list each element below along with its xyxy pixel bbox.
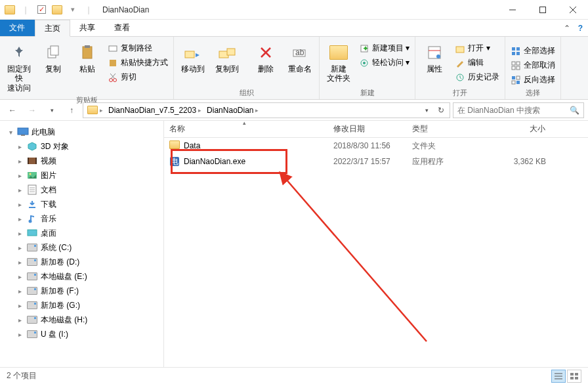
qat-folder-icon[interactable]	[3, 3, 17, 17]
tree-item[interactable]: ▸新加卷 (G:)	[0, 298, 163, 313]
paste-button[interactable]: 粘贴	[71, 41, 104, 75]
view-details-button[interactable]	[551, 370, 566, 383]
group-organize-label: 组织	[177, 87, 316, 99]
annotation-arrow	[276, 171, 440, 355]
chevron-icon[interactable]: ▸	[16, 273, 24, 280]
moveto-button[interactable]: 移动到	[177, 41, 209, 75]
svg-rect-9	[110, 60, 116, 66]
refresh-button[interactable]: ↻	[434, 103, 448, 118]
tree-item[interactable]: ▸3D 对象	[0, 139, 163, 154]
chevron-icon[interactable]: ▸	[16, 259, 24, 266]
maximize-button[interactable]	[528, 0, 558, 20]
search-field[interactable]: 🔍	[453, 102, 584, 118]
edit-button[interactable]: 编辑	[452, 56, 502, 69]
delete-button[interactable]: 删除	[249, 41, 282, 75]
file-row[interactable]: 电DianNaoDian.exe2022/3/17 15:57应用程序3,362…	[164, 154, 588, 169]
file-list: ▴ 名称 修改日期 类型 大小 Data2018/8/30 11:56文件夹电D…	[164, 121, 588, 367]
easyaccess-button[interactable]: 轻松访问 ▾	[356, 56, 412, 69]
qat-folder2-icon[interactable]	[50, 3, 64, 17]
svg-rect-38	[512, 76, 515, 79]
copyto-button[interactable]: 复制到	[211, 41, 243, 75]
tree-item[interactable]: ▸视频	[0, 154, 163, 168]
chevron-icon[interactable]: ▸	[16, 201, 24, 208]
tree-item[interactable]: ▸本地磁盘 (E:)	[0, 269, 163, 284]
tree-item[interactable]: ▸下载	[0, 197, 163, 211]
file-name: Data	[184, 141, 200, 150]
close-button[interactable]	[558, 0, 588, 20]
chevron-icon[interactable]: ▸	[16, 316, 24, 324]
nav-forward-button[interactable]: →	[24, 102, 41, 119]
tree-item[interactable]: ▸音乐	[0, 211, 163, 226]
tree-item[interactable]: ▸本地磁盘 (H:)	[0, 313, 163, 327]
col-date[interactable]: 修改日期	[328, 123, 407, 135]
tab-home[interactable]: 主页	[35, 20, 70, 37]
copypath-button[interactable]: 复制路径	[105, 42, 171, 54]
svg-rect-37	[516, 66, 520, 70]
chevron-icon[interactable]: ▸	[16, 288, 24, 295]
crumb-1[interactable]: DianNaoDian_v7.5_2203▸	[106, 103, 204, 118]
qat-overflow[interactable]: ▾	[66, 3, 80, 17]
col-name[interactable]: 名称	[164, 123, 328, 135]
view-icons-button[interactable]	[567, 370, 581, 383]
nav-back-button[interactable]: ←	[4, 102, 21, 119]
svg-point-27	[436, 54, 440, 58]
nav-tree[interactable]: ▾此电脑▸3D 对象▸视频▸图片▸文档▸下载▸音乐▸桌面▸系统 (C:)▸新加卷…	[0, 121, 164, 367]
selectnone-button[interactable]: 全部取消	[508, 59, 558, 72]
copy-button[interactable]: 复制	[37, 41, 70, 75]
properties-button[interactable]: 属性	[418, 41, 451, 75]
help-icon[interactable]: ?	[578, 24, 583, 33]
newitem-button[interactable]: ✦新建项目 ▾	[356, 42, 412, 54]
tab-view[interactable]: 查看	[105, 20, 140, 36]
open-button[interactable]: 打开 ▾	[452, 42, 502, 54]
crumb-2[interactable]: DianNaoDian▸	[204, 103, 261, 118]
pasteshortcut-button[interactable]: 粘贴快捷方式	[105, 56, 171, 69]
chevron-icon[interactable]: ▸	[16, 186, 24, 194]
svg-point-10	[110, 78, 113, 81]
newfolder-button[interactable]: 新建 文件夹	[322, 41, 355, 85]
chevron-icon[interactable]: ▸	[16, 331, 24, 338]
col-size[interactable]: 大小	[486, 123, 551, 135]
tab-file[interactable]: 文件	[0, 20, 35, 36]
invert-button[interactable]: 反向选择	[508, 74, 558, 86]
address-field[interactable]: ▸ DianNaoDian_v7.5_2203▸ DianNaoDian▸ ▾ …	[83, 102, 450, 118]
pin-button[interactable]: 固定到快 速访问	[3, 41, 35, 94]
col-type[interactable]: 类型	[407, 123, 486, 135]
address-dropdown-button[interactable]: ▾	[419, 103, 434, 118]
history-button[interactable]: 历史记录	[452, 71, 502, 83]
search-icon[interactable]: 🔍	[570, 106, 579, 115]
nav-up-button[interactable]: ↑	[63, 102, 80, 119]
tree-item[interactable]: ▾此电脑	[0, 125, 163, 139]
crumb-root[interactable]: ▸	[85, 103, 106, 118]
chevron-icon[interactable]: ▸	[16, 215, 24, 223]
nav-recent-button[interactable]: ▾	[43, 102, 60, 119]
tree-item[interactable]: ▸新加卷 (F:)	[0, 284, 163, 298]
file-rows[interactable]: Data2018/8/30 11:56文件夹电DianNaoDian.exe20…	[164, 138, 588, 367]
selectall-button[interactable]: 全部选择	[508, 45, 558, 57]
tree-item[interactable]: ▸图片	[0, 168, 163, 183]
tree-item[interactable]: ▸U 盘 (I:)	[0, 327, 163, 341]
tab-share[interactable]: 共享	[70, 20, 105, 36]
file-row[interactable]: Data2018/8/30 11:56文件夹	[164, 138, 588, 154]
rename-button[interactable]: ab重命名	[284, 41, 316, 75]
search-input[interactable]	[457, 106, 570, 115]
tree-video-icon	[26, 156, 38, 166]
content-area: ▾此电脑▸3D 对象▸视频▸图片▸文档▸下载▸音乐▸桌面▸系统 (C:)▸新加卷…	[0, 121, 588, 367]
chevron-icon[interactable]: ▸	[16, 302, 24, 309]
chevron-icon[interactable]: ▸	[16, 172, 24, 179]
chevron-icon[interactable]: ▾	[7, 129, 14, 136]
tree-item[interactable]: ▸新加卷 (D:)	[0, 255, 163, 269]
chevron-icon[interactable]: ▸	[16, 143, 24, 150]
svg-rect-45	[28, 158, 29, 164]
qat-check[interactable]	[34, 3, 49, 17]
minimize-button[interactable]	[497, 0, 528, 20]
chevron-icon[interactable]: ▸	[16, 158, 24, 165]
tree-item[interactable]: ▸系统 (C:)	[0, 240, 163, 255]
group-select-label: 选择	[508, 87, 558, 99]
tree-item[interactable]: ▸文档	[0, 183, 163, 197]
tree-item[interactable]: ▸桌面	[0, 226, 163, 240]
ribbon-collapse-icon[interactable]: ⌃	[564, 24, 570, 33]
cut-button[interactable]: 剪切	[105, 71, 171, 83]
chevron-icon[interactable]: ▸	[16, 244, 24, 251]
chevron-icon[interactable]: ▸	[16, 230, 24, 237]
column-headers[interactable]: ▴ 名称 修改日期 类型 大小	[164, 121, 588, 138]
